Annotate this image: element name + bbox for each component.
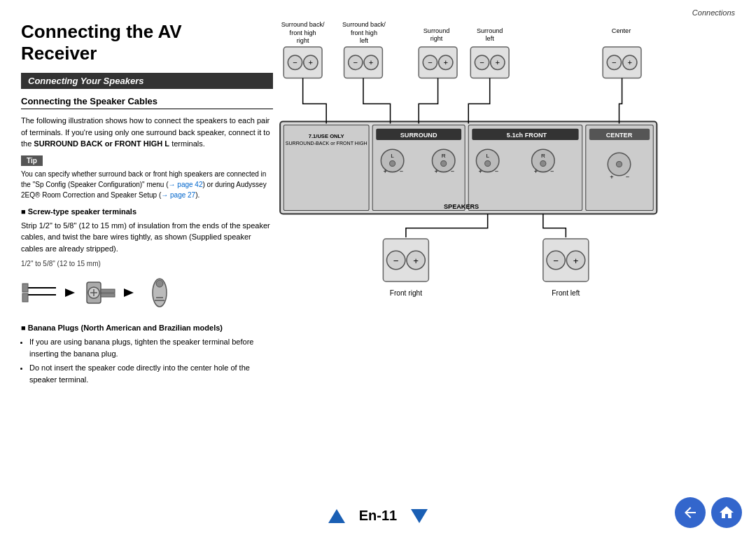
svg-text:SURROUND-BACK or FRONT HIGH: SURROUND-BACK or FRONT HIGH xyxy=(286,141,368,146)
svg-text:−: − xyxy=(612,58,617,67)
svg-text:−: − xyxy=(354,58,358,67)
measurement-label: 1/2" to 5/8" (12 to 15 mm) xyxy=(21,260,273,268)
svg-rect-3 xyxy=(22,293,28,302)
svg-text:L: L xyxy=(391,153,394,159)
svg-text:SURROUND: SURROUND xyxy=(400,132,438,139)
body-text: The following illustration shows how to … xyxy=(21,115,273,150)
arrow-icon-2 xyxy=(124,286,136,300)
prev-page-button[interactable] xyxy=(328,509,345,523)
svg-point-86 xyxy=(616,161,622,167)
svg-text:+: + xyxy=(534,168,538,175)
svg-marker-4 xyxy=(65,289,75,297)
svg-text:+: + xyxy=(413,256,419,266)
svg-text:+: + xyxy=(443,58,448,67)
tools-diagram xyxy=(21,272,273,314)
svg-text:Center: Center xyxy=(612,27,631,34)
svg-text:−: − xyxy=(550,168,554,175)
svg-text:−: − xyxy=(479,58,484,67)
svg-text:−: − xyxy=(553,256,559,266)
svg-text:+: + xyxy=(369,58,374,67)
arrow-icon-1 xyxy=(65,286,78,300)
tip-link-2[interactable]: → page 27 xyxy=(161,191,195,199)
svg-rect-10 xyxy=(101,293,115,297)
svg-text:Front right: Front right xyxy=(390,289,422,297)
svg-text:SPEAKERS: SPEAKERS xyxy=(444,203,479,210)
svg-text:Surround: Surround xyxy=(424,27,450,34)
svg-text:−: − xyxy=(626,174,629,181)
svg-point-66 xyxy=(441,160,447,166)
next-page-button[interactable] xyxy=(411,509,428,523)
svg-text:L: L xyxy=(486,153,489,159)
svg-text:+: + xyxy=(434,168,438,175)
svg-rect-9 xyxy=(101,289,115,293)
svg-text:CENTER: CENTER xyxy=(606,132,633,139)
tip-content: You can specify whether surround back or… xyxy=(21,169,273,200)
back-button[interactable] xyxy=(675,497,706,528)
svg-text:−: − xyxy=(428,58,433,67)
svg-text:−: − xyxy=(495,168,498,175)
svg-text:−: − xyxy=(451,168,454,175)
svg-point-61 xyxy=(390,160,396,166)
svg-text:R: R xyxy=(442,153,446,159)
svg-text:Front left: Front left xyxy=(552,289,580,297)
svg-text:+: + xyxy=(627,58,632,67)
plug-diagram xyxy=(142,275,177,310)
tip-link-1[interactable]: → page 42 xyxy=(169,181,203,188)
svg-text:left: left xyxy=(486,35,495,42)
page-number: En-11 xyxy=(359,508,397,524)
svg-text:front high: front high xyxy=(351,29,377,36)
sub-header: Connecting the Speaker Cables xyxy=(21,96,273,109)
svg-text:+: + xyxy=(309,58,314,67)
svg-marker-11 xyxy=(124,289,134,297)
svg-rect-2 xyxy=(22,284,28,292)
back-arrow-icon xyxy=(682,504,699,521)
cable-diagram xyxy=(21,275,59,310)
svg-text:left: left xyxy=(360,37,369,44)
svg-text:front high: front high xyxy=(290,29,316,36)
svg-text:5.1ch FRONT: 5.1ch FRONT xyxy=(507,132,547,139)
svg-text:+: + xyxy=(573,256,579,266)
svg-text:right: right xyxy=(297,37,309,44)
bottom-nav: En-11 xyxy=(0,508,756,524)
svg-text:+: + xyxy=(478,168,482,175)
wiring-diagram: Surround back/ front high right Surround… xyxy=(273,14,735,364)
banana-header: Banana Plugs (North American and Brazili… xyxy=(21,324,273,332)
svg-point-13 xyxy=(156,280,163,287)
svg-text:−: − xyxy=(293,58,298,67)
svg-text:Surround back/: Surround back/ xyxy=(281,21,325,28)
svg-text:+: + xyxy=(610,174,613,181)
svg-text:R: R xyxy=(541,153,545,159)
svg-text:Surround back/: Surround back/ xyxy=(342,21,386,28)
home-button[interactable] xyxy=(711,497,742,528)
bottom-right-nav xyxy=(675,497,742,528)
tip-label: Tip xyxy=(21,155,43,166)
page-title: Connecting the AV Receiver xyxy=(21,21,273,64)
banana-bullet-1: If you are using banana plugs, tighten t… xyxy=(29,336,273,359)
home-icon xyxy=(718,504,735,521)
svg-text:+: + xyxy=(496,58,500,67)
terminal-diagram xyxy=(83,275,118,310)
banana-list: If you are using banana plugs, tighten t… xyxy=(21,336,273,385)
svg-text:−: − xyxy=(393,256,399,266)
svg-point-79 xyxy=(540,160,546,166)
svg-text:+: + xyxy=(383,168,386,175)
screw-body: Strip 1/2" to 5/8" (12 to 15 mm) of insu… xyxy=(21,220,273,255)
svg-text:−: − xyxy=(400,168,403,175)
screw-header: Screw-type speaker terminals xyxy=(21,207,273,216)
svg-text:7.1/USE ONLY: 7.1/USE ONLY xyxy=(309,133,344,139)
banana-bullet-2: Do not insert the speaker code directly … xyxy=(29,362,273,385)
svg-text:right: right xyxy=(430,35,443,42)
left-column: Connecting the AV Receiver Connecting Yo… xyxy=(21,21,273,388)
section-header: Connecting Your Speakers xyxy=(21,73,273,89)
svg-text:Surround: Surround xyxy=(477,27,503,34)
svg-point-74 xyxy=(485,160,491,166)
